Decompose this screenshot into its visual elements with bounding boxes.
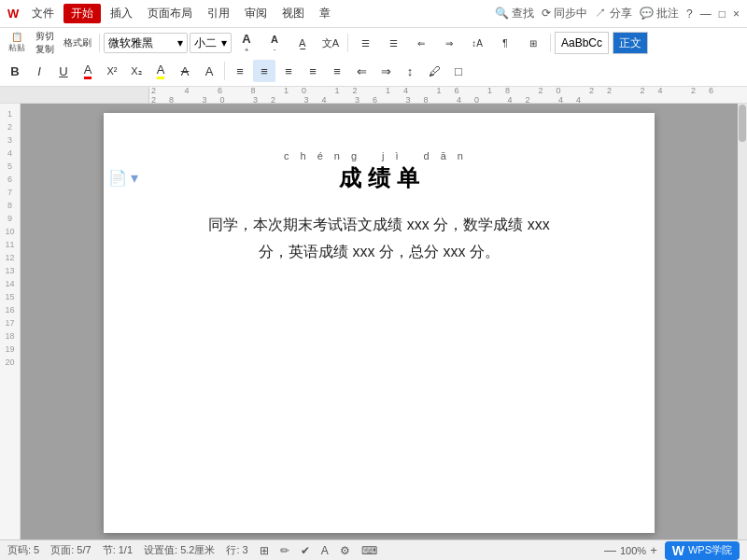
document-canvas[interactable]: 📄 ▾ chéng jì dān 成 绩 单 同学，本次期末考试语文成绩 xxx…	[21, 104, 738, 539]
maximize-btn[interactable]: □	[719, 7, 726, 21]
shrink-font-button[interactable]: A-	[261, 30, 288, 56]
align-center-button[interactable]: ≡	[253, 60, 275, 82]
menu-chapter[interactable]: 章	[314, 4, 336, 23]
menu-layout[interactable]: 页面布局	[142, 4, 198, 23]
border-style-button[interactable]: □	[447, 60, 470, 82]
line-status: 行: 3	[226, 543, 247, 557]
font-color2-button[interactable]: A	[198, 60, 220, 82]
doc-body-line2: 分，英语成绩 xxx 分，总分 xxx 分。	[160, 239, 599, 266]
separator3	[550, 34, 551, 52]
copy-button[interactable]: 复制	[32, 44, 58, 56]
scrollbar-thumb[interactable]	[739, 105, 746, 142]
wps-academy-button[interactable]: W WPS学院	[665, 541, 740, 560]
change-case-button[interactable]: 文A	[317, 30, 344, 56]
strikethrough-button[interactable]: A	[174, 60, 196, 82]
paste-label: 粘贴	[8, 42, 25, 54]
justify-button[interactable]: ≡	[302, 60, 324, 82]
cut-button[interactable]: 剪切	[32, 31, 58, 43]
zoom-plus-button[interactable]: +	[650, 543, 657, 557]
indent-right-button2[interactable]: ⇒	[374, 60, 397, 82]
cut-label: 剪切	[35, 30, 54, 43]
doc-body[interactable]: 同学，本次期末考试语文成绩 xxx 分，数学成绩 xxx 分，英语成绩 xxx …	[160, 212, 599, 266]
indent-left-icon2: ⇐	[357, 64, 367, 78]
minimize-btn[interactable]: —	[700, 7, 712, 21]
separator1	[99, 34, 100, 52]
paste-button[interactable]: 📋 粘贴	[4, 30, 30, 56]
doc-title[interactable]: 成 绩 单	[160, 163, 599, 193]
line-num-14: 14	[5, 277, 14, 290]
line-spacing-button[interactable]: ↕	[399, 60, 421, 82]
vertical-scrollbar[interactable]	[738, 104, 747, 539]
shading-icon: 🖊	[429, 64, 441, 78]
align-right-button[interactable]: ≡	[277, 60, 300, 82]
border-icon: ⊞	[529, 38, 537, 49]
toolbar-row1: 📋 粘贴 剪切 复制 格式刷 微软雅黑 ▾ 小二 ▾ A+ A-	[4, 30, 743, 56]
font-size-value: 小二	[194, 35, 217, 51]
underline-icon: U	[59, 64, 67, 78]
indent-left-button2[interactable]: ⇐	[350, 60, 373, 82]
show-marks-button[interactable]: ¶	[492, 30, 518, 56]
menu-file[interactable]: 文件	[26, 4, 60, 23]
distributed-button[interactable]: ≡	[326, 60, 348, 82]
menu-view[interactable]: 视图	[276, 4, 310, 23]
bullet-list-button[interactable]: ☰	[352, 30, 378, 56]
menu-insert[interactable]: 插入	[105, 4, 138, 23]
clear-format-icon: A̲	[299, 37, 306, 49]
superscript-button[interactable]: X²	[101, 60, 123, 82]
line-spacing-icon: ↕	[407, 64, 414, 78]
italic-button[interactable]: I	[28, 60, 50, 82]
shading-button[interactable]: 🖊	[423, 60, 445, 82]
view-icon5[interactable]: ⚙	[340, 544, 350, 557]
title-menu: 文件 开始 插入 页面布局 引用 审阅 视图 章	[26, 4, 336, 23]
clear-format-button[interactable]: A̲	[289, 30, 316, 56]
border-style-icon: □	[455, 64, 462, 78]
menu-review[interactable]: 审阅	[239, 4, 273, 23]
grow-font-button[interactable]: A+	[233, 30, 260, 56]
copy-label: 复制	[35, 43, 54, 56]
line-num-13: 13	[5, 264, 14, 277]
font-color-button[interactable]: A	[77, 60, 99, 82]
font-name-selector[interactable]: 微软雅黑 ▾	[104, 33, 188, 53]
menu-reference[interactable]: 引用	[202, 4, 235, 23]
indent-button[interactable]: ⇒	[436, 30, 462, 56]
highlight-button[interactable]: A	[149, 60, 172, 82]
bold-button[interactable]: B	[4, 60, 26, 82]
wps-academy-logo: W	[672, 543, 684, 558]
underline-button[interactable]: U	[52, 60, 75, 82]
format-painter-button[interactable]: 格式刷	[60, 30, 95, 56]
position-status: 设置值: 5.2厘米	[144, 543, 215, 557]
line-num-9: 9	[7, 212, 12, 225]
line-num-19: 19	[5, 343, 14, 356]
sort-button[interactable]: ↕A	[464, 30, 490, 56]
style-normal-box[interactable]: AaBbCc	[555, 32, 609, 54]
close-btn[interactable]: ×	[733, 7, 740, 21]
zoom-minus-button[interactable]: —	[604, 543, 616, 557]
view-icon4[interactable]: A	[321, 544, 329, 557]
font-size-selector[interactable]: 小二 ▾	[190, 33, 232, 53]
view-icon3[interactable]: ✔	[301, 544, 310, 557]
line-num-17: 17	[5, 316, 14, 329]
outdent-button[interactable]: ⇐	[408, 30, 434, 56]
doc-page[interactable]: 📄 ▾ chéng jì dān 成 绩 单 同学，本次期末考试语文成绩 xxx…	[104, 113, 655, 533]
wps-academy-label: WPS学院	[688, 543, 732, 557]
comment-btn[interactable]: 💬 批注	[640, 6, 679, 21]
line-num-3: 3	[7, 133, 12, 147]
bullet-list-icon: ☰	[361, 38, 370, 49]
help-btn[interactable]: ?	[686, 7, 693, 21]
view-icon1[interactable]: ⊞	[260, 544, 269, 557]
view-icon6[interactable]: ⌨	[361, 544, 377, 557]
share-btn[interactable]: ↗ 分享	[595, 6, 631, 21]
menu-start[interactable]: 开始	[63, 4, 101, 23]
doc-body-line1: 同学，本次期末考试语文成绩 xxx 分，数学成绩 xxx	[160, 212, 599, 239]
search-btn[interactable]: 🔍 查找	[495, 6, 534, 21]
view-icon2[interactable]: ✏	[280, 544, 289, 557]
subscript-button[interactable]: X₂	[125, 60, 148, 82]
style-name-box[interactable]: 正文	[613, 32, 648, 54]
line-num-18: 18	[5, 329, 14, 343]
number-list-button[interactable]: ☰	[380, 30, 406, 56]
border-button[interactable]: ⊞	[520, 30, 546, 56]
toolbar-row2: B I U A X² X₂ A A A ≡ ≡	[4, 58, 743, 84]
align-left-button[interactable]: ≡	[229, 60, 251, 82]
title-bar-left: W 文件 开始 插入 页面布局 引用 审阅 视图 章	[7, 4, 336, 23]
sync-btn[interactable]: ⟳ 同步中	[542, 6, 587, 21]
